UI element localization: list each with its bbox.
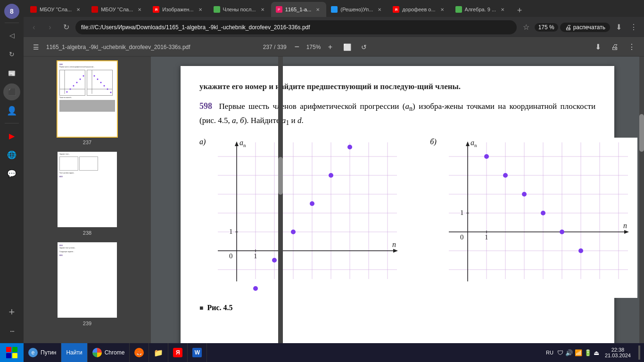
tab-close-2[interactable]: ✕ <box>136 6 143 13</box>
address-bar: ‹ › ↻ ☆ 175 % 🖨 распечатать ⬇ ⋮ <box>24 17 644 38</box>
svg-marker-35 <box>393 249 398 253</box>
sidebar-icon-person[interactable]: 👤 <box>3 102 20 119</box>
svg-text:n: n <box>392 240 396 248</box>
tray-volume[interactable]: 🔊 <box>565 349 573 356</box>
taskbar-firefox[interactable]: 🦊 <box>130 343 149 362</box>
browser-window: МБОУ "Сла... ✕ МБОУ "Сла... ✕ Я Изображе… <box>24 0 644 343</box>
rotate-button[interactable]: ↺ <box>357 41 371 54</box>
zoom-badge[interactable]: 175 % <box>535 23 558 32</box>
tab-dorofeev[interactable]: Я дорофеев о... ✕ <box>388 2 450 17</box>
tab-members[interactable]: Члены посл... ✕ <box>209 2 271 17</box>
tray-extra[interactable]: ⏏ <box>594 349 599 356</box>
thumbnail-239[interactable]: 604 Задание текст условия... Следующее з… <box>57 241 118 326</box>
taskbar-ie[interactable]: e Путин <box>24 343 61 362</box>
tab-close-7[interactable]: ✕ <box>438 6 446 13</box>
page-content: укажите его номер и найдите предшествующ… <box>181 66 614 343</box>
tab-close-3[interactable]: ✕ <box>197 6 204 13</box>
svg-point-10 <box>94 75 95 77</box>
tab-mboyu-1[interactable]: МБОУ "Сла... ✕ <box>25 2 87 17</box>
tab-close-6[interactable]: ✕ <box>376 6 383 13</box>
thumbnail-238[interactable]: Задание текст... Текст условия задачи...… <box>57 151 118 236</box>
fit-page-button[interactable]: ⬜ <box>340 41 354 54</box>
svg-point-5 <box>76 82 78 83</box>
svg-point-6 <box>80 79 81 80</box>
tab-bar: МБОУ "Сла... ✕ МБОУ "Сла... ✕ Я Изображе… <box>24 0 644 17</box>
tray-antivirus[interactable]: 🛡 <box>557 349 563 356</box>
pdf-more-button[interactable]: ⋮ <box>625 41 638 54</box>
svg-text:1: 1 <box>485 233 488 241</box>
svg-text:n: n <box>623 222 627 230</box>
svg-point-49 <box>347 145 352 149</box>
pdf-main-area[interactable]: укажите его номер и найдите предшествующ… <box>151 57 644 343</box>
thumbnail-239-num: 239 <box>83 321 91 326</box>
sidebar-icon-globe[interactable]: 🌐 <box>3 146 20 163</box>
tab-close-1[interactable]: ✕ <box>74 6 82 13</box>
thumbnail-238-num: 238 <box>83 230 91 236</box>
pdf-print-button[interactable]: 🖨 <box>608 41 621 54</box>
tab-close-8[interactable]: ✕ <box>499 6 506 13</box>
bookmark-icon[interactable]: ☆ <box>520 21 533 34</box>
avatar[interactable]: 8 <box>4 4 19 19</box>
zoom-in-button[interactable]: + <box>323 41 337 54</box>
svg-point-81 <box>541 211 545 215</box>
nav-reload-button[interactable]: ↻ <box>59 21 73 34</box>
taskbar-clock[interactable]: 22:38 21.03.2024 <box>601 347 635 358</box>
more-options-icon[interactable]: ⋮ <box>627 21 640 34</box>
svg-point-80 <box>522 192 527 197</box>
tab-pdf-active[interactable]: P 1165_1-а... ✕ <box>271 2 327 17</box>
pdf-toolbar: ☰ 1165_1-algebra_-9kl_-uchebnik_dorofeev… <box>24 38 644 57</box>
address-icons: ☆ 175 % 🖨 распечатать ⬇ ⋮ <box>520 21 640 34</box>
sidebar-icon-chat[interactable]: 💬 <box>3 165 20 182</box>
address-input[interactable] <box>75 20 517 34</box>
pdf-download-button[interactable]: ⬇ <box>591 41 604 54</box>
svg-marker-34 <box>235 141 239 146</box>
svg-point-44 <box>253 286 258 291</box>
main-scrollbar[interactable] <box>639 57 644 343</box>
svg-text:0: 0 <box>229 252 233 260</box>
taskbar-word[interactable]: W <box>188 343 207 362</box>
nav-back-button[interactable]: ‹ <box>27 21 41 34</box>
pdf-menu-button[interactable]: ☰ <box>29 41 42 54</box>
svg-point-79 <box>503 173 508 178</box>
tab-close-4[interactable]: ✕ <box>259 6 266 13</box>
taskbar-search[interactable]: Найти <box>61 343 87 362</box>
fig-caption-text: Рис. 4.5 <box>205 304 232 312</box>
tab-yandex-images[interactable]: Я Изображен... ✕ <box>148 2 208 17</box>
fig-caption-icon: ■ <box>199 304 203 312</box>
thumbnail-panel: 598 Первые шесть членов арифметической п… <box>24 57 151 343</box>
svg-point-14 <box>107 89 108 90</box>
zoom-out-button[interactable]: − <box>290 41 304 54</box>
nav-forward-button[interactable]: › <box>43 21 57 34</box>
new-tab-button[interactable]: + <box>513 4 526 17</box>
sidebar-icon-dots[interactable]: ··· <box>3 322 20 339</box>
sidebar-icon-add[interactable]: + <box>3 304 20 321</box>
svg-point-4 <box>73 85 74 87</box>
taskbar: e Путин Найти Chrome 🦊 📁 Я W RU 🛡 🔊 📶 🔋 … <box>0 343 644 362</box>
svg-text:n: n <box>243 142 246 148</box>
sidebar-icon-back[interactable]: ◁ <box>3 27 20 44</box>
graph-b-label: б) <box>430 138 436 146</box>
sidebar-icon-reload[interactable]: ↻ <box>3 46 20 63</box>
sidebar-icon-news[interactable]: 📰 <box>3 65 20 82</box>
show-desktop[interactable] <box>638 346 640 360</box>
print-button[interactable]: 🖨 распечатать <box>560 23 610 32</box>
thumbnail-237[interactable]: 598 Первые шесть членов арифметической п… <box>57 60 118 145</box>
svg-point-15 <box>110 92 112 93</box>
tab-algebra9[interactable]: Алгебра. 9 ... ✕ <box>451 2 512 17</box>
tab-mboyu-2[interactable]: МБОУ "Сла... ✕ <box>87 2 148 17</box>
sidebar-icon-box[interactable]: ⬛ <box>3 83 20 100</box>
sidebar-icon-youtube[interactable]: ▶ <box>3 127 20 144</box>
svg-text:1: 1 <box>460 209 464 216</box>
tab-solved[interactable]: (Решено)Уп... ✕ <box>326 2 388 17</box>
pdf-zoom-controls: − 175% + <box>290 41 337 54</box>
taskbar-yandex[interactable]: Я <box>168 343 188 362</box>
taskbar-files[interactable]: 📁 <box>149 343 168 362</box>
tab-close-5[interactable]: ✕ <box>314 6 322 13</box>
graph-a-svg: a n n 0 1 1 <box>208 138 406 298</box>
start-button[interactable] <box>0 343 24 362</box>
tray-network[interactable]: 📶 <box>575 349 582 356</box>
download-icon[interactable]: ⬇ <box>612 21 625 34</box>
svg-text:1: 1 <box>229 228 233 235</box>
tray-battery[interactable]: 🔋 <box>584 349 592 356</box>
taskbar-chrome[interactable]: Chrome <box>88 343 130 362</box>
